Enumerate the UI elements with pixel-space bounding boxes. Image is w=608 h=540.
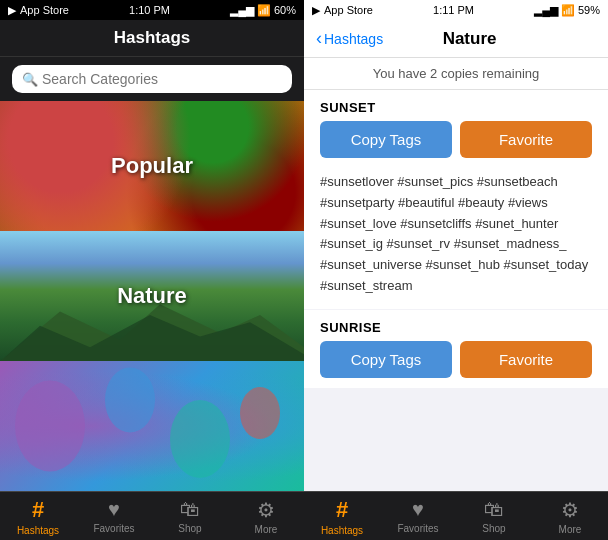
section-sunset-actions: Copy Tags Favorite	[304, 121, 608, 168]
copy-tags-sunset-button[interactable]: Copy Tags	[320, 121, 452, 158]
nav-favorites-right[interactable]: ♥ Favorites	[380, 498, 456, 534]
signal-icon-right: ▂▄▆	[534, 4, 558, 17]
nav-more-label-left: More	[255, 524, 278, 535]
right-panel: ▶ App Store 1:11 PM ▂▄▆ 📶 59% ‹ Hashtags…	[304, 0, 608, 540]
appstore-icon-left: ▶	[8, 4, 16, 17]
nav-more-left[interactable]: ⚙ More	[228, 498, 304, 535]
nav-more-label-right: More	[559, 524, 582, 535]
search-icon: 🔍	[22, 72, 38, 87]
wifi-icon-right: 📶	[561, 4, 575, 17]
svg-point-3	[105, 368, 155, 433]
status-bar-right: ▶ App Store 1:11 PM ▂▄▆ 📶 59%	[304, 0, 608, 20]
time-right: 1:11 PM	[433, 4, 474, 16]
hashtags-sunset-text: #sunsetlover #sunset_pics #sunsetbeach #…	[304, 168, 608, 309]
nav-favorites-left[interactable]: ♥ Favorites	[76, 498, 152, 534]
svg-point-5	[240, 387, 280, 439]
carrier-left: ▶ App Store	[8, 4, 69, 17]
left-panel: ▶ App Store 1:10 PM ▂▄▆ 📶 60% Hashtags 🔍…	[0, 0, 304, 540]
page-title-left: Hashtags	[0, 28, 304, 48]
appstore-icon-right: ▶	[312, 4, 320, 17]
search-bar: 🔍	[0, 57, 304, 101]
hashtag-icon-left: #	[32, 497, 44, 523]
svg-point-4	[170, 400, 230, 478]
hashtag-icon-right: #	[336, 497, 348, 523]
bottom-nav-right: # Hashtags ♥ Favorites 🛍 Shop ⚙ More	[304, 491, 608, 540]
nav-shop-right[interactable]: 🛍 Shop	[456, 498, 532, 534]
back-label: Hashtags	[324, 31, 383, 47]
battery-right: 59%	[578, 4, 600, 16]
page-title-right: Nature	[383, 29, 556, 49]
status-right-right: ▂▄▆ 📶 59%	[534, 4, 600, 17]
copies-banner: You have 2 copies remaining	[304, 58, 608, 90]
nav-favorites-label-right: Favorites	[397, 523, 438, 534]
carrier-right: ▶ App Store	[312, 4, 373, 17]
svg-point-2	[15, 381, 85, 472]
nav-shop-left[interactable]: 🛍 Shop	[152, 498, 228, 534]
nav-favorites-label-left: Favorites	[93, 523, 134, 534]
chevron-left-icon: ‹	[316, 28, 322, 49]
gear-icon-right: ⚙	[561, 498, 579, 522]
nav-shop-label-right: Shop	[482, 523, 505, 534]
copy-tags-sunrise-button[interactable]: Copy Tags	[320, 341, 452, 378]
content-scroll[interactable]: SUNSET Copy Tags Favorite #sunsetlover #…	[304, 90, 608, 491]
search-input[interactable]	[12, 65, 292, 93]
nav-hashtags-label-left: Hashtags	[17, 525, 59, 536]
bottom-nav-left: # Hashtags ♥ Favorites 🛍 Shop ⚙ More	[0, 491, 304, 540]
heart-icon-right: ♥	[412, 498, 424, 521]
back-button[interactable]: ‹ Hashtags	[316, 28, 383, 49]
battery-left: 60%	[274, 4, 296, 16]
category-nature-label: Nature	[117, 283, 187, 309]
nav-shop-label-left: Shop	[178, 523, 201, 534]
nav-hashtags-label-right: Hashtags	[321, 525, 363, 536]
gear-icon-left: ⚙	[257, 498, 275, 522]
nav-more-right[interactable]: ⚙ More	[532, 498, 608, 535]
header-left: Hashtags	[0, 20, 304, 57]
status-bar-left: ▶ App Store 1:10 PM ▂▄▆ 📶 60%	[0, 0, 304, 20]
section-sunrise: SUNRISE Copy Tags Favorite	[304, 310, 608, 388]
category-abstract[interactable]	[0, 361, 304, 491]
shop-icon-right: 🛍	[484, 498, 504, 521]
favorite-sunset-button[interactable]: Favorite	[460, 121, 592, 158]
shop-icon-left: 🛍	[180, 498, 200, 521]
nav-hashtags-right[interactable]: # Hashtags	[304, 497, 380, 536]
signal-icon-left: ▂▄▆	[230, 4, 254, 17]
abstract-svg	[0, 361, 304, 491]
header-right: ‹ Hashtags Nature	[304, 20, 608, 58]
section-sunset: SUNSET Copy Tags Favorite #sunsetlover #…	[304, 90, 608, 309]
section-sunrise-actions: Copy Tags Favorite	[304, 341, 608, 388]
category-nature[interactable]: Nature	[0, 231, 304, 361]
nav-hashtags-left[interactable]: # Hashtags	[0, 497, 76, 536]
section-sunrise-header: SUNRISE	[304, 310, 608, 341]
status-right-left: ▂▄▆ 📶 60%	[230, 4, 296, 17]
category-popular[interactable]: Popular	[0, 101, 304, 231]
categories-grid: Popular Nature	[0, 101, 304, 491]
favorite-sunrise-button[interactable]: Favorite	[460, 341, 592, 378]
time-left: 1:10 PM	[129, 4, 170, 16]
heart-icon-left: ♥	[108, 498, 120, 521]
section-sunset-header: SUNSET	[304, 90, 608, 121]
category-popular-label: Popular	[111, 153, 193, 179]
wifi-icon-left: 📶	[257, 4, 271, 17]
